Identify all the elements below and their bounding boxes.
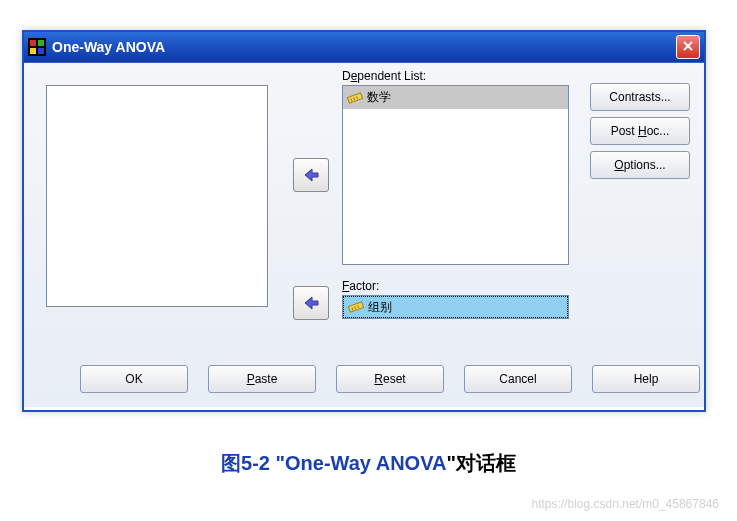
- ok-button[interactable]: OK: [80, 365, 188, 393]
- svg-rect-4: [38, 48, 44, 54]
- watermark: https://blog.csdn.net/m0_45867846: [532, 497, 719, 511]
- button-label: Cancel: [499, 372, 536, 386]
- button-label: Contrasts...: [609, 90, 670, 104]
- dependent-list[interactable]: 数学: [342, 85, 569, 265]
- dialog-body: Dependent List: 数学: [24, 62, 704, 407]
- titlebar[interactable]: One-Way ANOVA: [24, 32, 704, 62]
- help-button[interactable]: Help: [592, 365, 700, 393]
- figure-caption: 图5-2 "One-Way ANOVA"对话框: [0, 450, 737, 477]
- dialog-window: One-Way ANOVA Dependent List:: [22, 30, 706, 412]
- move-to-dependent-button[interactable]: [293, 158, 329, 192]
- button-label: OK: [125, 372, 142, 386]
- scale-variable-icon: [347, 91, 363, 105]
- button-label: Help: [634, 372, 659, 386]
- svg-rect-1: [30, 40, 36, 46]
- button-label: Reset: [374, 372, 405, 386]
- side-buttons: Contrasts... Post Hoc... Options...: [590, 83, 690, 179]
- dependent-list-label: Dependent List:: [342, 69, 426, 83]
- scale-variable-icon: [348, 300, 364, 314]
- close-icon: [682, 40, 694, 55]
- svg-rect-7: [347, 92, 362, 102]
- arrow-left-icon: [302, 295, 320, 311]
- window-title: One-Way ANOVA: [52, 39, 165, 55]
- list-item-label: 数学: [367, 89, 391, 106]
- list-item[interactable]: 数学: [343, 86, 568, 109]
- post-hoc-button[interactable]: Post Hoc...: [590, 117, 690, 145]
- svg-rect-11: [348, 302, 363, 312]
- move-to-factor-button[interactable]: [293, 286, 329, 320]
- factor-value: 组别: [368, 299, 392, 316]
- contrasts-button[interactable]: Contrasts...: [590, 83, 690, 111]
- factor-item[interactable]: 组别: [343, 296, 568, 318]
- button-label: Paste: [247, 372, 278, 386]
- factor-field[interactable]: 组别: [342, 295, 569, 319]
- options-button[interactable]: Options...: [590, 151, 690, 179]
- factor-label: Factor:: [342, 279, 379, 293]
- source-variable-list[interactable]: [46, 85, 268, 307]
- bottom-buttons: OK Paste Reset Cancel Help: [80, 365, 700, 393]
- spss-app-icon: [28, 38, 46, 56]
- arrow-left-icon: [302, 167, 320, 183]
- button-label: Post Hoc...: [611, 124, 670, 138]
- reset-button[interactable]: Reset: [336, 365, 444, 393]
- paste-button[interactable]: Paste: [208, 365, 316, 393]
- svg-rect-2: [38, 40, 44, 46]
- cancel-button[interactable]: Cancel: [464, 365, 572, 393]
- close-button[interactable]: [676, 35, 700, 59]
- button-label: Options...: [614, 158, 665, 172]
- svg-rect-3: [30, 48, 36, 54]
